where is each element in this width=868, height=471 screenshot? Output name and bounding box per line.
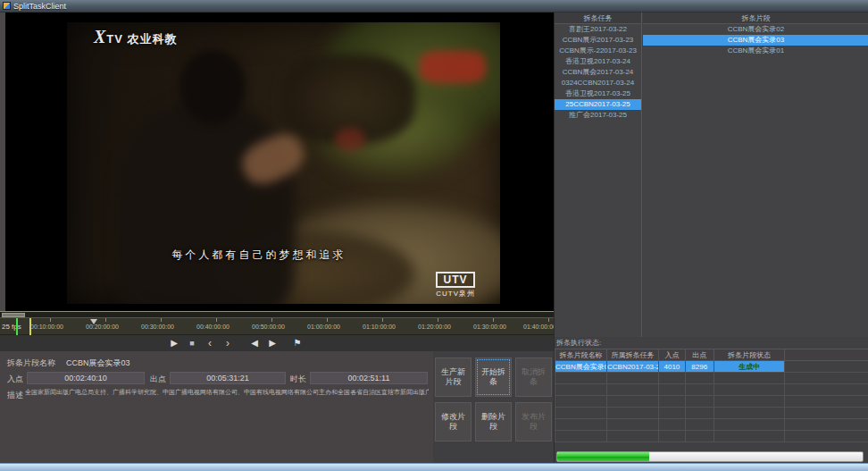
window-title: SplitTaskClient xyxy=(13,2,66,11)
col-out-point: 出点 xyxy=(685,349,714,361)
task-list-item[interactable]: 推广会2017-03-25 xyxy=(555,110,641,121)
seek-zoom-bar[interactable] xyxy=(0,311,554,318)
tick-mark xyxy=(105,318,106,322)
cell-out-point[interactable]: 8296 xyxy=(685,361,714,373)
stop-icon[interactable]: ■ xyxy=(183,337,201,349)
status-table-header-row: 拆条片段名称 所属拆条任务 入点 出点 拆条片段状态 xyxy=(555,349,868,361)
next-mark-icon[interactable]: ▶ xyxy=(263,337,281,349)
right-panel: 拆条任务 喜剧王2017-03-22 CCBN展示2017-03-23 CCBN… xyxy=(554,13,868,463)
ruler-tick-label: 01:40:00:00 xyxy=(523,324,556,330)
status-table: 拆条片段名称 所属拆条任务 入点 出点 拆条片段状态 CCBN展会实录03 CC… xyxy=(555,349,868,442)
task-list-item-selected[interactable]: 25CCBN2017-03-25 xyxy=(555,99,641,110)
duration-label: 时长 xyxy=(290,374,306,385)
tick-mark xyxy=(548,318,549,322)
col-in-point: 入点 xyxy=(659,349,686,361)
col-segment-status: 拆条片段状态 xyxy=(714,349,785,361)
duration-field[interactable]: 00:02:51:11 xyxy=(310,372,428,384)
timeline-ruler[interactable]: 25 fps 00:10:00:00 00:20:00:00 00:30:00:… xyxy=(0,318,554,335)
status-row-empty xyxy=(555,373,868,384)
split-segment-list: 拆条片段 CCBN展会实录02 CCBN展会实录03 CCBN展会实录01 xyxy=(643,13,868,337)
windows-taskbar[interactable] xyxy=(0,463,868,471)
out-point-field[interactable]: 00:05:31:21 xyxy=(170,372,286,384)
cell-in-point[interactable]: 4010 xyxy=(659,361,686,373)
segment-list-item-selected[interactable]: CCBN展会实录03 xyxy=(643,35,868,46)
task-list-item[interactable]: 香港卫视2017-03-25 xyxy=(555,88,641,99)
ruler-tick-label: 01:30:00:00 xyxy=(473,324,506,330)
video-subtitle: 每个人都有自己的梦想和追求 xyxy=(67,248,451,263)
video-frame[interactable]: X TV 农业科教 每个人都有自己的梦想和追求 UTV CUTV泉州 xyxy=(67,22,500,304)
progress-fill xyxy=(557,452,649,461)
start-split-button[interactable]: 开始拆条 xyxy=(475,357,512,397)
tick-mark xyxy=(216,318,217,322)
video-preview-area: X TV 农业科教 每个人都有自己的梦想和追求 UTV CUTV泉州 xyxy=(0,13,554,311)
status-row-selected[interactable]: CCBN展会实录03 CCBN2017-03-2 4010 8296 生成中 xyxy=(555,361,868,373)
cutv-logo: UTV CUTV泉州 xyxy=(436,272,475,299)
col-segment-name: 拆条片段名称 xyxy=(555,349,607,361)
cell-segment-status[interactable]: 生成中 xyxy=(714,361,785,373)
cancel-split-button[interactable]: 取消拆条 xyxy=(515,357,552,397)
task-list-item[interactable]: 喜剧王2017-03-22 xyxy=(555,24,641,35)
seek-handle[interactable] xyxy=(2,313,25,317)
ruler-tick-label: 00:20:00:00 xyxy=(86,324,119,330)
delete-segment-button[interactable]: 删除片段 xyxy=(475,402,512,442)
status-row-empty xyxy=(555,431,868,442)
cutv-logo-box: UTV xyxy=(436,272,475,288)
fps-label: 25 fps xyxy=(2,323,21,331)
cell-segment-name[interactable]: CCBN展会实录03 xyxy=(555,361,607,373)
new-segment-button[interactable]: 生产新片段 xyxy=(435,357,472,397)
modify-segment-button[interactable]: 修改片段 xyxy=(435,402,472,442)
ruler-tick-label: 01:20:00:00 xyxy=(418,324,451,330)
play-icon[interactable]: ▶ xyxy=(165,337,183,349)
action-button-grid: 生产新片段 开始拆条 取消拆条 修改片段 删除片段 发布片段 xyxy=(435,357,552,443)
ruler-tick-label: 00:50:00:00 xyxy=(252,324,285,330)
tick-mark xyxy=(327,318,328,322)
tick-mark xyxy=(493,318,494,322)
task-list-item[interactable]: CCBN展示2017-03-23 xyxy=(555,35,641,46)
set-mark-icon[interactable]: ⚑ xyxy=(288,337,306,349)
watermark-text: TV 农业科教 xyxy=(106,31,177,47)
task-list-item[interactable]: CCBN展会2017-03-24 xyxy=(555,67,641,78)
publish-segment-button[interactable]: 发布片段 xyxy=(515,402,552,442)
prev-mark-icon[interactable]: ◀ xyxy=(246,337,263,349)
ruler-tick-label: 00:40:00:00 xyxy=(196,324,230,330)
segment-list-item[interactable]: CCBN展会实录01 xyxy=(643,46,868,56)
task-list-item[interactable]: 0324CCBN2017-03-24 xyxy=(555,78,641,88)
scene-excavator xyxy=(420,51,486,83)
watermark-x-glyph: X xyxy=(94,27,105,47)
task-list-header: 拆条任务 xyxy=(555,13,641,24)
segment-list-item[interactable]: CCBN展会实录02 xyxy=(643,24,868,35)
ruler-tick-label: 01:00:00:00 xyxy=(307,324,340,330)
ruler-tick-label: 00:30:00:00 xyxy=(141,324,174,330)
col-blank xyxy=(785,349,868,361)
segment-list-header: 拆条片段 xyxy=(643,13,868,24)
status-row-empty xyxy=(555,396,868,408)
cell-task-name[interactable]: CCBN2017-03-2 xyxy=(607,361,659,373)
status-panel-title: 拆条执行状态: xyxy=(556,338,601,348)
cutv-logo-text: CUTV泉州 xyxy=(436,289,475,299)
tick-mark xyxy=(50,318,51,322)
cell-blank xyxy=(785,361,868,373)
status-row-empty xyxy=(555,408,868,419)
in-point-field[interactable]: 00:02:40:10 xyxy=(27,372,145,384)
tick-mark xyxy=(382,318,383,322)
step-forward-icon[interactable]: › xyxy=(219,337,237,349)
task-list-item[interactable]: CCBN展示-22017-03-23 xyxy=(555,46,641,56)
status-row-empty xyxy=(555,419,868,431)
app-icon xyxy=(3,2,11,10)
window-left-edge xyxy=(0,13,5,311)
playhead-marker[interactable] xyxy=(16,318,18,335)
in-point-label: 入点 xyxy=(7,374,23,385)
step-back-icon[interactable]: ‹ xyxy=(201,337,219,349)
scene-person-head xyxy=(179,49,246,124)
task-list-item[interactable]: 香港卫视2017-03-24 xyxy=(555,56,641,67)
segment-name-value[interactable]: CCBN展会实录03 xyxy=(66,357,130,369)
split-task-list: 拆条任务 喜剧王2017-03-22 CCBN展示2017-03-23 CCBN… xyxy=(555,13,642,337)
col-task-name: 所属拆条任务 xyxy=(607,349,659,361)
scene-red-glove xyxy=(335,128,365,151)
segment-form-panel: 拆条片段名称 CCBN展会实录03 入点 00:02:40:10 出点 00:0… xyxy=(0,351,433,471)
scene-person-torso xyxy=(116,101,295,304)
ruler-tick-label: 00:10:00:00 xyxy=(30,324,63,330)
status-row-empty xyxy=(555,384,868,396)
tick-mark xyxy=(271,318,272,322)
description-value[interactable]: 全国家新闻出版广电总局支持、广播科学研究院、中国广播电视网络有限公司、中国有线电… xyxy=(25,388,429,399)
